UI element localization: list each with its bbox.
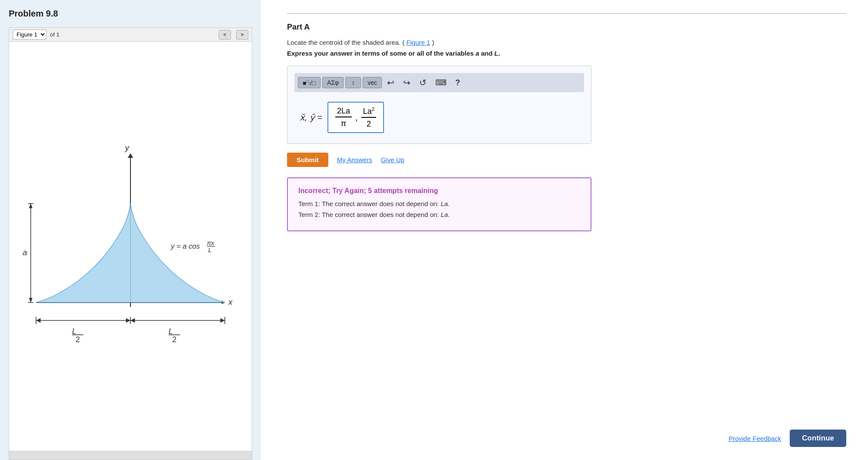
math-entry[interactable]: x̄, ȳ = 2La π , La2 2 xyxy=(294,98,584,137)
svg-marker-21 xyxy=(130,318,135,323)
fraction-1-den: π xyxy=(339,118,348,128)
toolbar-sqrt-button[interactable]: ■□√□ xyxy=(298,77,320,89)
figure-controls: Figure 1 of 1 < > xyxy=(9,27,252,41)
math-box[interactable]: 2La π , La2 2 xyxy=(327,102,384,133)
feedback-box: Incorrect; Try Again; 5 attempts remaini… xyxy=(287,177,591,231)
problem-text: Locate the centroid of the shaded area. … xyxy=(287,39,846,46)
svg-text:y = a cos: y = a cos xyxy=(170,242,200,250)
bottom-row: Provide Feedback Continue xyxy=(287,421,846,447)
submit-button[interactable]: Submit xyxy=(287,153,328,167)
figure-next-button[interactable]: > xyxy=(236,30,248,40)
svg-text:a: a xyxy=(23,248,27,257)
fraction-1-num: 2La xyxy=(335,107,352,117)
fraction-2-num: La2 xyxy=(361,106,377,118)
part-header: Part A xyxy=(287,13,846,32)
svg-marker-22 xyxy=(220,318,225,323)
figure-of-label: of 1 xyxy=(50,31,60,38)
provide-feedback-button[interactable]: Provide Feedback xyxy=(728,435,781,442)
svg-text:x: x xyxy=(228,297,233,307)
figure-select[interactable]: Figure 1 xyxy=(13,30,47,40)
figure-footer xyxy=(9,451,252,460)
problem-instruction: Express your answer in terms of some or … xyxy=(287,50,846,57)
toolbar-help-button[interactable]: ? xyxy=(452,77,464,89)
right-panel: Part A Locate the centroid of the shaded… xyxy=(261,0,868,460)
submit-row: Submit My Answers Give Up xyxy=(287,153,846,167)
svg-text:y: y xyxy=(124,143,130,152)
figure-canvas: x y a L 2 xyxy=(9,41,252,451)
math-label: x̄, ȳ = xyxy=(300,112,322,123)
toolbar-greek-button[interactable]: ΑΣφ xyxy=(322,77,344,88)
left-panel: Problem 9.8 Figure 1 of 1 < > x y xyxy=(0,0,261,460)
toolbar-undo-button[interactable]: ↩ xyxy=(384,76,398,90)
figure-prev-button[interactable]: < xyxy=(219,30,231,40)
svg-marker-14 xyxy=(126,318,130,323)
fraction-2-den: 2 xyxy=(365,119,373,129)
fraction-1: 2La π xyxy=(335,107,352,128)
toolbar-redo-button[interactable]: ↪ xyxy=(400,76,414,90)
svg-marker-9 xyxy=(29,203,32,208)
toolbar-arrows-button[interactable]: ↕ xyxy=(345,77,361,88)
svg-text:2: 2 xyxy=(76,335,80,344)
fraction-2: La2 2 xyxy=(361,106,377,129)
svg-text:L: L xyxy=(208,247,212,253)
toolbar-vec-button[interactable]: vec xyxy=(363,77,382,88)
continue-button[interactable]: Continue xyxy=(790,430,846,447)
svg-text:2: 2 xyxy=(172,335,177,344)
math-input-area: ■□√□ ΑΣφ ↕ vec ↩ ↪ ↺ ⌨ ? x̄, ȳ = 2La π , xyxy=(287,66,591,144)
svg-marker-10 xyxy=(29,298,32,302)
figure-link[interactable]: Figure 1 xyxy=(406,39,430,46)
toolbar-keyboard-button[interactable]: ⌨ xyxy=(432,76,450,89)
my-answers-button[interactable]: My Answers xyxy=(337,156,372,163)
svg-text:L: L xyxy=(169,327,173,336)
feedback-title: Incorrect; Try Again; 5 attempts remaini… xyxy=(298,187,580,195)
svg-text:πx: πx xyxy=(207,240,215,247)
math-toolbar: ■□√□ ΑΣφ ↕ vec ↩ ↪ ↺ ⌨ ? xyxy=(294,73,584,92)
svg-text:L: L xyxy=(72,327,77,336)
feedback-term1: Term 1: The correct answer does not depe… xyxy=(298,200,580,207)
svg-marker-13 xyxy=(36,318,40,323)
svg-marker-3 xyxy=(128,153,133,158)
problem-title: Problem 9.8 xyxy=(9,9,252,19)
give-up-button[interactable]: Give Up xyxy=(381,156,404,163)
toolbar-refresh-button[interactable]: ↺ xyxy=(416,76,430,90)
feedback-term2: Term 2: The correct answer does not depe… xyxy=(298,211,580,218)
